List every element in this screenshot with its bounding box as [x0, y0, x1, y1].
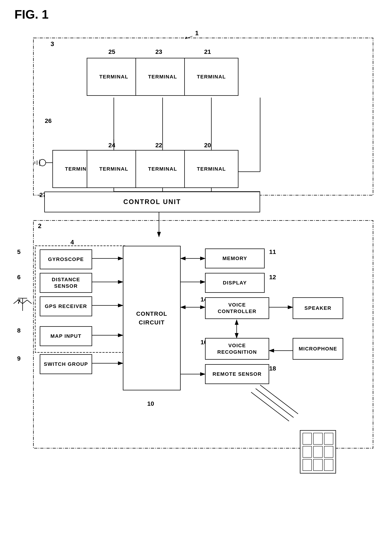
- control-unit: CONTROL UNIT: [44, 192, 260, 212]
- svg-text:12: 12: [269, 274, 276, 280]
- svg-line-40: [27, 300, 32, 304]
- terminal-21: TERMINAL: [184, 58, 239, 96]
- svg-text:7: 7: [17, 298, 21, 305]
- svg-line-35: [260, 385, 298, 414]
- svg-text:5: 5: [17, 248, 21, 255]
- control-circuit: CONTROL CIRCUIT: [123, 246, 181, 390]
- memory: MEMORY: [205, 248, 265, 268]
- terminal-20: TERMINAL: [184, 150, 239, 188]
- terminal-23: TERMINAL: [135, 58, 190, 96]
- svg-text:22: 22: [155, 142, 162, 148]
- switch-group: SWITCH GROUP: [40, 354, 92, 374]
- speaker: SPEAKER: [293, 297, 343, 319]
- svg-text:26: 26: [45, 117, 52, 124]
- svg-text:4: 4: [70, 239, 74, 246]
- display: DISPLAY: [205, 273, 265, 293]
- svg-text:18: 18: [269, 365, 276, 372]
- microphone: MICROPHONE: [293, 338, 343, 360]
- terminal-24: TERMINAL: [87, 150, 141, 188]
- svg-text:25: 25: [108, 48, 115, 55]
- svg-text:10: 10: [147, 400, 154, 407]
- svg-line-34: [256, 389, 293, 418]
- voice-recognition: VOICE RECOGNITION: [205, 338, 269, 360]
- svg-text:21: 21: [204, 48, 211, 55]
- svg-text:8: 8: [17, 327, 21, 334]
- svg-text:9: 9: [17, 355, 21, 362]
- svg-text:3: 3: [51, 40, 54, 47]
- svg-text:1: 1: [195, 30, 199, 36]
- remote-sensor: REMOTE SENSOR: [205, 364, 269, 384]
- svg-text:2: 2: [38, 222, 41, 229]
- svg-text:11: 11: [269, 248, 276, 255]
- map-input: MAP INPUT: [40, 326, 92, 346]
- gps-receiver: GPS RECEIVER: [40, 296, 92, 316]
- svg-text:20: 20: [204, 142, 211, 148]
- svg-text:24: 24: [108, 142, 115, 148]
- svg-text:6: 6: [17, 274, 21, 280]
- svg-point-70: [39, 160, 46, 166]
- diagram-container: FIG. 1: [0, 0, 392, 544]
- terminal-22: TERMINAL: [135, 150, 190, 188]
- svg-line-41: [23, 300, 27, 304]
- distance-sensor: DISTANCE SENSOR: [40, 273, 92, 293]
- svg-line-33: [251, 392, 289, 421]
- terminal-25: TERMINAL: [87, 58, 141, 96]
- svg-text:23: 23: [155, 48, 162, 55]
- remote-device: [300, 430, 336, 473]
- gyroscope: GYROSCOPE: [40, 249, 92, 269]
- voice-controller: VOICE CONTROLLER: [205, 297, 269, 319]
